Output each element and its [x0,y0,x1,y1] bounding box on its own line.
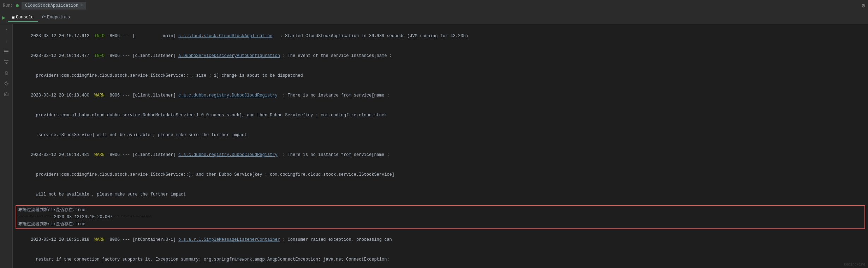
top-bar: Run: CloudStockApplication × ⚙ [0,0,868,11]
highlight-line-3: 布隆过滤器判断six是否存在:true [18,221,862,228]
tab-console-label: Console [16,15,34,20]
log-line: 2023-03-12 20:10:18.477 INFO 8006 --- [c… [16,46,865,66]
log-line-cont: providers:com.codingfire.cloud.stock.ser… [16,165,865,185]
watermark: CodingFire [844,263,865,267]
list-view-button[interactable] [1,47,11,57]
svg-rect-1 [4,51,8,52]
svg-rect-2 [4,53,8,53]
svg-rect-4 [5,62,8,63]
clear-button[interactable] [1,89,11,99]
log-line-cont: .service.IStockService] will not be avai… [16,125,865,145]
console-area: 2023-03-12 20:10:17.912 INFO 8006 --- [ … [13,24,868,268]
logger-link-2[interactable]: a.DubboServiceDiscoveryAutoConfiguration [178,53,280,58]
log-line: 2023-03-12 20:10:17.912 INFO 8006 --- [ … [16,26,865,46]
tab-endpoints-label: Endpoints [47,15,70,20]
logger-link-3[interactable]: c.a.c.dubbo.registry.DubboCloudRegistry [178,93,278,98]
scroll-down-button[interactable]: ↓ [1,36,11,46]
main-area: ↑ ↓ ⎙ [0,24,868,268]
status-dot [16,4,19,7]
sidebar: ↑ ↓ ⎙ [0,24,13,268]
highlighted-block: 布隆过滤器判断six是否存在:true --------------2023-0… [16,205,865,229]
pin-button[interactable] [1,78,11,88]
log-line: 2023-03-12 20:10:18.481 WARN 8006 --- [c… [16,145,865,165]
run-label: Run: [3,3,13,8]
tab-console[interactable]: ▣ Console [8,13,38,22]
app-tab-label: CloudStockApplication [25,3,78,8]
toolbar-tabs: ▣ Console ⟳ Endpoints [8,13,74,22]
log-line: 2023-03-12 20:10:18.480 WARN 8006 --- [c… [16,86,865,105]
svg-rect-7 [5,93,8,96]
logger-link[interactable]: c.c.cloud.stock.CloudStockApplication [178,34,272,39]
log-line-cont: providers:com.alibaba.cloud.dubbo.servic… [16,105,865,125]
highlight-line-1: 布隆过滤器判断six是否存在:true [18,206,862,214]
log-line-cont: restart if the connection factory suppor… [16,250,865,268]
svg-line-6 [5,84,6,85]
close-icon[interactable]: × [81,4,83,7]
log-line-cont: providers:com.codingfire.cloud.stock.ser… [16,66,865,86]
scroll-up-button[interactable]: ↑ [1,25,11,35]
gear-icon[interactable]: ⚙ [862,2,865,9]
endpoints-icon: ⟳ [42,14,46,20]
print-button[interactable]: ⎙ [1,68,11,78]
log-line-last: 2023-03-12 20:10:21.818 WARN 8006 --- [n… [16,230,865,250]
filter-button[interactable] [1,57,11,67]
tab-endpoints[interactable]: ⟳ Endpoints [38,13,74,22]
console-icon: ▣ [12,14,14,20]
toolbar: ▶ ▣ Console ⟳ Endpoints [0,11,868,24]
highlight-line-2: --------------2023-03-12T20:10:20.007---… [18,214,862,221]
top-bar-left: Run: CloudStockApplication × [3,2,86,10]
svg-rect-3 [4,60,8,61]
svg-rect-0 [4,50,8,51]
logger-link-5[interactable]: o.s.a.r.l.SimpleMessageListenerContainer [178,237,280,242]
play-button[interactable]: ▶ [2,14,6,21]
svg-rect-5 [6,63,7,64]
logger-link-4[interactable]: c.a.c.dubbo.registry.DubboCloudRegistry [178,152,278,157]
app-tab[interactable]: CloudStockApplication × [22,2,86,10]
log-line-cont: will not be available , please make sure… [16,185,865,204]
